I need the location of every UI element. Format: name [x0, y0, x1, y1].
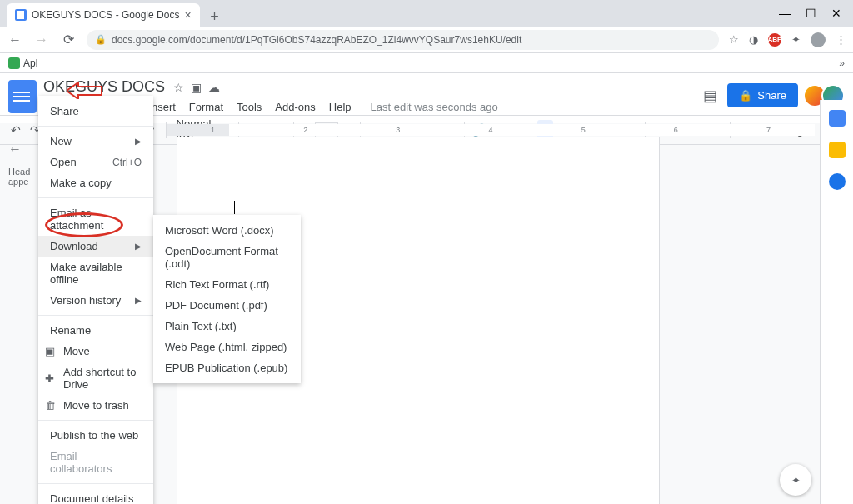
reload-icon[interactable]: ⟳	[60, 32, 77, 47]
docs-favicon-icon	[15, 9, 27, 21]
browser-tab-strip: OKEGUYS DOCS - Google Docs × + — ☐ ✕	[0, 0, 853, 27]
bookmark-folder-icon	[8, 57, 20, 69]
folder-icon: ▣	[45, 345, 55, 357]
menu-email-attachment[interactable]: Email as attachment	[38, 202, 153, 236]
menu-publish[interactable]: Publish to the web	[38, 425, 153, 446]
minimize-icon[interactable]: —	[779, 7, 791, 20]
menu-move[interactable]: ▣Move	[38, 341, 153, 362]
chevron-right-icon[interactable]: »	[839, 57, 845, 69]
menu-format[interactable]: Format	[183, 99, 229, 115]
file-menu-dropdown: Share New▶ OpenCtrl+O Make a copy Email …	[38, 96, 153, 504]
download-epub[interactable]: EPUB Publication (.epub)	[153, 357, 301, 378]
menu-addons[interactable]: Add-ons	[269, 99, 321, 115]
svg-marker-0	[67, 82, 102, 99]
download-html[interactable]: Web Page (.html, zipped)	[153, 337, 301, 357]
puzzle-icon[interactable]: ✦	[791, 33, 801, 46]
menu-version-history[interactable]: Version history▶	[38, 290, 153, 311]
bookmark-label[interactable]: Apl	[23, 57, 37, 69]
lock-share-icon: 🔒	[739, 89, 752, 102]
move-folder-icon[interactable]: ▣	[191, 81, 202, 94]
download-odt[interactable]: OpenDocument Format (.odt)	[153, 241, 301, 274]
comments-icon[interactable]: ▤	[703, 87, 717, 105]
menu-details[interactable]: Document details	[38, 488, 153, 504]
ruler: 1 2 3 4 5 6 7	[167, 124, 815, 136]
star-bookmark-icon[interactable]: ☆	[729, 33, 739, 46]
menu-offline[interactable]: Make available offline	[38, 257, 153, 290]
menu-help[interactable]: Help	[323, 99, 357, 115]
menu-tools[interactable]: Tools	[231, 99, 267, 115]
adblock-icon[interactable]: ABP	[768, 33, 781, 47]
close-tab-icon[interactable]: ×	[184, 8, 191, 22]
share-label: Share	[757, 89, 786, 102]
star-icon[interactable]: ☆	[173, 81, 184, 94]
docs-logo-icon[interactable]	[8, 80, 37, 113]
profile-icon[interactable]	[811, 32, 826, 47]
browser-tab[interactable]: OKEGUYS DOCS - Google Docs ×	[7, 3, 200, 27]
explore-button[interactable]: ✦	[780, 464, 811, 496]
menu-download[interactable]: Download▶	[38, 236, 153, 257]
url-text: docs.google.com/document/d/1PqTGi6ObS74a…	[112, 34, 521, 46]
last-edit-link[interactable]: Last edit was seconds ago	[371, 101, 498, 113]
outline-heading: Headappe	[8, 167, 27, 187]
download-submenu: Microsoft Word (.docx) OpenDocument Form…	[153, 215, 301, 383]
menu-add-shortcut[interactable]: ✚Add shortcut to Drive	[38, 362, 153, 395]
document-title[interactable]: OKEGUYS DOCS	[43, 78, 165, 96]
calendar-icon[interactable]	[829, 110, 846, 127]
menu-new[interactable]: New▶	[38, 131, 153, 152]
menu-rename[interactable]: Rename	[38, 320, 153, 341]
forward-icon[interactable]: →	[33, 32, 50, 47]
trash-icon: 🗑	[45, 399, 56, 412]
menu-make-copy[interactable]: Make a copy	[38, 172, 153, 193]
menu-share[interactable]: Share	[38, 101, 153, 122]
annotation-arrow-icon	[67, 82, 102, 99]
share-button[interactable]: 🔒 Share	[727, 83, 798, 107]
address-bar: ← → ⟳ 🔒 docs.google.com/document/d/1PqTG…	[0, 27, 853, 53]
text-cursor	[234, 201, 235, 214]
menu-trash[interactable]: 🗑Move to trash	[38, 395, 153, 416]
kebab-menu-icon[interactable]: ⋮	[836, 33, 846, 46]
lock-icon: 🔒	[95, 34, 107, 45]
side-panel	[820, 100, 853, 504]
new-tab-button[interactable]: +	[205, 7, 225, 27]
close-window-icon[interactable]: ✕	[831, 7, 841, 20]
window-controls: — ☐ ✕	[779, 7, 853, 27]
cloud-status-icon[interactable]: ☁	[208, 81, 220, 94]
download-pdf[interactable]: PDF Document (.pdf)	[153, 295, 301, 316]
tasks-icon[interactable]	[829, 173, 846, 190]
extension-icon[interactable]: ◑	[749, 33, 758, 46]
download-txt[interactable]: Plain Text (.txt)	[153, 316, 301, 337]
outline-panel: ← Headappe	[0, 133, 35, 195]
tab-title: OKEGUYS DOCS - Google Docs	[32, 9, 179, 21]
drive-shortcut-icon: ✚	[45, 372, 54, 385]
maximize-icon[interactable]: ☐	[806, 7, 816, 20]
menu-email-collab: Email collaborators	[38, 446, 153, 479]
outline-back-icon[interactable]: ←	[8, 142, 27, 157]
download-docx[interactable]: Microsoft Word (.docx)	[153, 220, 301, 241]
back-icon[interactable]: ←	[7, 32, 23, 47]
keep-icon[interactable]	[829, 142, 846, 158]
bookmark-bar: Apl »	[0, 53, 853, 73]
download-rtf[interactable]: Rich Text Format (.rtf)	[153, 274, 301, 295]
url-field[interactable]: 🔒 docs.google.com/document/d/1PqTGi6ObS7…	[87, 30, 719, 50]
menu-open[interactable]: OpenCtrl+O	[38, 152, 153, 172]
